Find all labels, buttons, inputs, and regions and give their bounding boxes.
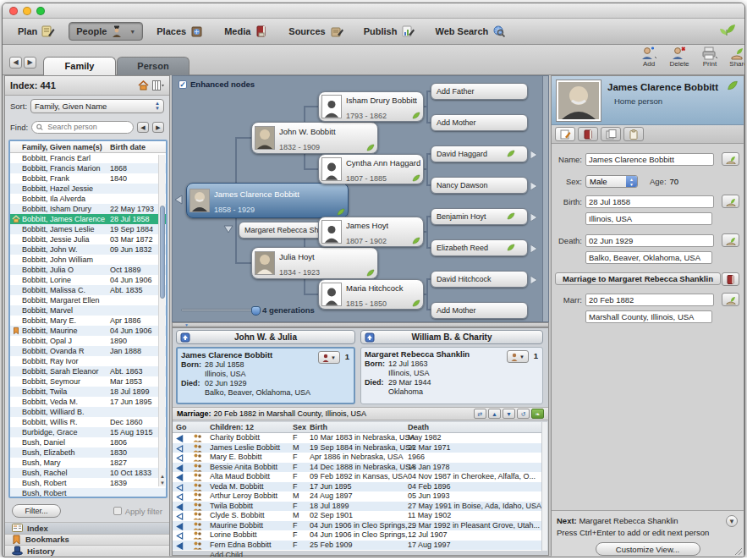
tree-node-gen4[interactable]: David Haggard bbox=[431, 145, 528, 162]
death-source-button[interactable] bbox=[722, 233, 739, 247]
web-hint-leaf-icon[interactable] bbox=[366, 144, 375, 151]
birth-source-button[interactable] bbox=[722, 195, 739, 208]
marriage-place-input[interactable] bbox=[585, 310, 712, 323]
list-item[interactable]: Bobbitt, James Clarence 28 Jul 1858 bbox=[10, 214, 166, 224]
tab-facts[interactable] bbox=[555, 127, 575, 141]
children-table-header[interactable]: Go Children: 12 Sex Birth Death bbox=[173, 422, 543, 433]
expand-right-arrow[interactable] bbox=[530, 181, 538, 191]
slider-thumb[interactable] bbox=[251, 306, 261, 316]
tree-node-gen4[interactable]: Benjamin Hoyt bbox=[431, 208, 528, 225]
list-item[interactable]: Bobbitt, Seymour Mar 1853 bbox=[10, 376, 166, 387]
tree-node-father[interactable]: John W. Bobbitt1832 - 1909 bbox=[251, 122, 378, 154]
birth-place-input[interactable] bbox=[585, 212, 712, 225]
list-item[interactable]: Bobbitt, Malissa C. Abt. 1835 bbox=[10, 285, 166, 295]
list-item[interactable]: Bobbitt, Margaret Ellen bbox=[10, 295, 166, 305]
list-item[interactable]: Bobbitt, Maurine 04 Jun 1906 bbox=[10, 326, 166, 336]
share-button[interactable]: Share bbox=[723, 46, 745, 71]
nav-web-search-button[interactable]: Web Search bbox=[428, 23, 513, 40]
column-name-header[interactable]: Family, Given name(s) bbox=[22, 141, 110, 153]
tree-node-grandfather-maternal[interactable]: James Hoyt1807 - 1902 bbox=[318, 217, 424, 247]
table-row[interactable]: Arthur Leroy Bobbitt M 24 Aug 1897 05 Ju… bbox=[173, 491, 543, 502]
resize-grip[interactable] bbox=[733, 546, 743, 556]
go-up-generation-icon[interactable] bbox=[180, 332, 190, 343]
web-hint-leaf-icon[interactable] bbox=[727, 80, 739, 91]
tree-node-gen4[interactable]: Add Mother bbox=[431, 114, 528, 131]
tree-node-grandmother-maternal[interactable]: Maria Hitchcock1815 - 1850 bbox=[318, 279, 424, 310]
expand-right-arrow[interactable] bbox=[530, 212, 538, 222]
tree-node-mother[interactable]: Julia Hoyt1834 - 1923 bbox=[251, 247, 378, 279]
table-row[interactable]: Alta Maud Bobbitt F 09 Feb 1892 in Kansa… bbox=[173, 472, 543, 482]
tab-media[interactable] bbox=[578, 127, 598, 141]
collapse-left-arrow[interactable] bbox=[174, 195, 183, 205]
nav-plan-button[interactable]: Plan bbox=[11, 23, 62, 40]
zoom-window-button[interactable] bbox=[36, 7, 45, 15]
minimize-window-button[interactable] bbox=[23, 7, 31, 15]
nav-people-button[interactable]: People ▼ bbox=[69, 22, 143, 41]
list-scrollbar-thumb[interactable] bbox=[160, 206, 165, 299]
go-column-header[interactable]: Go bbox=[176, 422, 193, 433]
find-previous-button[interactable]: ◀ bbox=[137, 122, 149, 133]
move-down-button[interactable]: ▼ bbox=[503, 409, 515, 419]
list-item[interactable]: Burbidge, Grace 15 Aug 1915 bbox=[10, 427, 166, 437]
list-item[interactable]: Bobbitt, Ila Alverda bbox=[10, 194, 166, 204]
nav-sources-button[interactable]: Sources bbox=[282, 23, 349, 40]
nav-places-button[interactable]: Places bbox=[150, 23, 211, 40]
list-item[interactable]: Bush, Daniel 1806 bbox=[10, 437, 166, 447]
expand-right-arrow[interactable] bbox=[530, 150, 538, 160]
death-date-input[interactable] bbox=[585, 234, 714, 247]
name-input[interactable] bbox=[585, 153, 714, 166]
columns-layout-icon[interactable] bbox=[152, 80, 164, 91]
person-list-header[interactable]: Family, Given name(s) Birth date bbox=[10, 141, 166, 153]
scroll-up-arrow[interactable]: ▲ bbox=[159, 474, 166, 480]
list-scrollbar[interactable]: ▲ ▼ bbox=[158, 155, 165, 486]
list-item[interactable]: Bobbitt, Isham Drury 22 May 1793 bbox=[10, 204, 166, 214]
list-item[interactable]: Bobbitt, Opal J 1890 bbox=[10, 336, 166, 346]
table-row[interactable]: Fern Edna Bobbitt F 25 Feb 1909 17 Aug 1… bbox=[173, 541, 543, 551]
table-row[interactable]: Charity Bobbitt F 10 Mar 1883 in Nebrask… bbox=[173, 433, 543, 443]
web-hint-leaf-icon[interactable] bbox=[337, 208, 345, 216]
list-item[interactable]: Bobbitt, Sarah Eleanor Abt. 1863 bbox=[10, 366, 166, 376]
tree-node-grandmother-paternal[interactable]: Cyntha Ann Haggard1807 - 1885 bbox=[318, 154, 424, 184]
name-source-button[interactable] bbox=[722, 152, 739, 166]
list-item[interactable]: Bobbitt, Ovanda R Jan 1888 bbox=[10, 346, 166, 356]
tab-sources[interactable] bbox=[601, 127, 621, 141]
list-item[interactable]: Bobbitt, Francis Earl bbox=[10, 153, 166, 163]
list-item[interactable]: Bobbitt, Jessie Julia 03 Mar 1872 bbox=[10, 234, 166, 244]
add-person-button[interactable]: Add bbox=[634, 46, 664, 71]
list-item[interactable]: Bobbitt, Julia O Oct 1889 bbox=[10, 265, 166, 275]
web-hint-button[interactable]: ❧ bbox=[531, 409, 544, 419]
death-place-input[interactable] bbox=[585, 251, 712, 264]
accordion-index[interactable]: Index bbox=[5, 522, 169, 534]
web-hint-leaf-icon[interactable] bbox=[507, 150, 515, 157]
list-item[interactable]: Bush, Mary 1827 bbox=[10, 458, 166, 468]
list-item[interactable]: Bobbitt, Hazel Jessie bbox=[10, 184, 166, 194]
delete-person-button[interactable]: Delete bbox=[664, 46, 695, 71]
marriage-media-button[interactable] bbox=[722, 272, 739, 286]
table-row[interactable]: Maurine Bobbitt F 04 Jun 1906 in Cleo Sp… bbox=[173, 521, 543, 531]
accordion-bookmarks[interactable]: Bookmarks bbox=[5, 534, 169, 546]
spouse-expand-arrow[interactable] bbox=[223, 225, 233, 233]
web-hint-leaf-icon[interactable] bbox=[366, 269, 375, 277]
home-person-icon[interactable] bbox=[138, 80, 149, 91]
filter-button[interactable]: Filter... bbox=[12, 504, 61, 518]
web-hint-leaf-icon[interactable] bbox=[412, 237, 420, 244]
sex-column-header[interactable]: Sex bbox=[293, 422, 310, 433]
slider-track[interactable] bbox=[181, 309, 255, 311]
expand-right-arrow[interactable] bbox=[530, 244, 538, 254]
scroll-down-arrow[interactable]: ▼ bbox=[159, 480, 166, 486]
generations-slider[interactable]: 4 generations bbox=[181, 305, 315, 315]
mother-parents-header[interactable]: William B. & Charity bbox=[360, 330, 543, 344]
list-item[interactable]: Bobbitt, Lorine 04 Jun 1906 bbox=[10, 275, 166, 285]
table-row[interactable]: Twila Bobbitt F 18 Jul 1899 27 May 1991 … bbox=[173, 502, 543, 512]
find-next-button[interactable]: ▶ bbox=[152, 122, 164, 133]
table-row[interactable]: Bessie Anita Bobbitt F 14 Dec 1888 in Ne… bbox=[173, 463, 543, 473]
couple-toggle-button[interactable]: ⇄ bbox=[474, 409, 486, 419]
tab-notes[interactable] bbox=[623, 127, 644, 141]
list-item[interactable]: Bobbitt, Frank 1840 bbox=[10, 173, 166, 184]
birth-column-header[interactable]: Birth bbox=[310, 422, 408, 433]
nav-media-button[interactable]: Media bbox=[217, 23, 275, 40]
table-row[interactable]: Lorine Bobbitt F 04 Jun 1906 in Cleo Spr… bbox=[173, 530, 543, 541]
tree-vertical-scrollbar[interactable] bbox=[542, 76, 548, 321]
tree-node-gen4[interactable]: Add Mother bbox=[431, 302, 528, 319]
list-item[interactable]: Bobbitt, Mary E. Apr 1886 bbox=[10, 316, 166, 326]
